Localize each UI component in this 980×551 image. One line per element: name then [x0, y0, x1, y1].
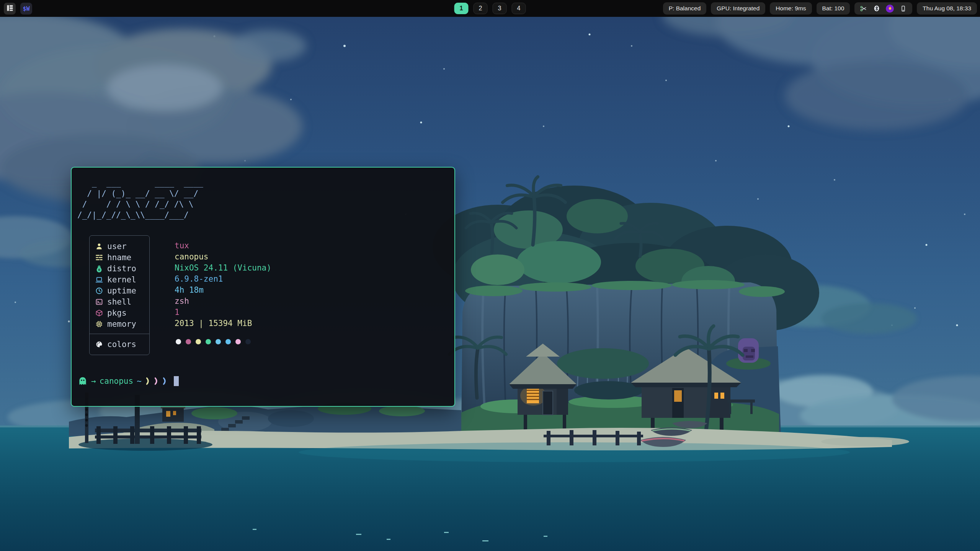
fetch-row-colors: colors [90, 337, 149, 352]
flame-icon[interactable] [886, 5, 894, 13]
list-icon [95, 253, 103, 261]
wm-logo-label: $W [23, 5, 29, 12]
color-swatch [216, 339, 221, 344]
workspace-button-2[interactable]: 2 [474, 3, 488, 14]
ghost-icon [78, 376, 88, 386]
chip-icon [95, 320, 103, 328]
terminal-color-palette [175, 339, 271, 344]
fetch-label: distro [107, 264, 136, 273]
terminal-icon [95, 298, 103, 306]
fetch-label: memory [107, 320, 136, 329]
laptop-icon [95, 276, 103, 284]
status-bar: $W 1 2 3 4 P: Balanced GPU: Integrated H… [0, 0, 980, 17]
color-swatch [186, 339, 191, 344]
fetch-row-uptime: uptime [90, 285, 149, 296]
fetch-row-distro: distro [90, 263, 149, 274]
clock-icon [95, 287, 103, 295]
fetch-value-hname: canopus [175, 251, 271, 262]
ascii-logo: _ ___ ____ ____ / |/ (_)_ __/ __ \/ __/ … [77, 178, 203, 220]
color-swatch [225, 339, 231, 344]
fetch-label: user [107, 242, 127, 251]
terminal-prompt[interactable]: → canopus ~ [78, 376, 179, 386]
scissors-icon[interactable] [860, 5, 867, 12]
workspace-button-3[interactable]: 3 [493, 3, 507, 14]
fetch-row-shell: shell [90, 296, 149, 307]
color-swatch [235, 339, 241, 344]
fetch-value-pkgs: 1 [175, 307, 271, 318]
fetch-value-memory: 2013 | 15394 MiB [175, 318, 271, 329]
fetch-value-user: tux [175, 240, 271, 251]
penguin-icon [95, 264, 103, 272]
color-swatch [176, 339, 181, 344]
fetch-label: hname [107, 253, 131, 262]
fetch-value-distro: NixOS 24.11 (Vicuna) [175, 262, 271, 274]
bluetooth-icon[interactable] [873, 5, 880, 12]
fetch-label: colors [107, 340, 136, 349]
prompt-path: ~ [137, 377, 142, 386]
fetch-value-uptime: 4h 18m [175, 285, 271, 296]
fetch-row-user: user [90, 241, 149, 252]
fetch-value-kernel: 6.9.8-zen1 [175, 274, 271, 285]
hut-small [161, 405, 185, 422]
app-launcher-button[interactable] [4, 3, 16, 15]
terminal-window[interactable]: _ ___ ____ ____ / |/ (_)_ __/ __ \/ __/ … [71, 167, 455, 407]
workspace-switcher: 1 2 3 4 [454, 3, 526, 14]
stone-statue [738, 338, 759, 363]
fetch-row-memory: memory [90, 318, 149, 329]
gpu-module[interactable]: GPU: Integrated [711, 2, 765, 15]
prompt-host: canopus [100, 377, 134, 386]
color-swatch [206, 339, 211, 344]
fetch-row-pkgs: pkgs [90, 307, 149, 318]
clock-module[interactable]: Thu Aug 08, 18:33 [917, 2, 977, 15]
system-tray [854, 2, 912, 15]
ping-module[interactable]: Home: 9ms [770, 2, 812, 15]
fetch-divider [90, 334, 149, 334]
fetch-value-shell: zsh [175, 296, 271, 307]
battery-module[interactable]: Bat: 100 [817, 2, 850, 15]
phone-icon[interactable] [900, 5, 907, 12]
fetch-values: tux canopus NixOS 24.11 (Vicuna) 6.9.8-z… [175, 240, 271, 344]
fetch-labels-box: user hname distro kernel uptime [89, 235, 150, 355]
prompt-chevron-icon [162, 377, 168, 386]
color-swatch [245, 339, 251, 344]
prompt-chevron-icon [145, 377, 152, 386]
fetch-row-kernel: kernel [90, 274, 149, 285]
app-grid-icon [6, 4, 14, 13]
prompt-chevron-icon [154, 377, 160, 386]
fetch-label: kernel [107, 275, 136, 284]
palette-icon [95, 341, 103, 349]
terminal-cursor [174, 376, 179, 386]
prompt-arrow: → [91, 377, 96, 386]
power-profile-module[interactable]: P: Balanced [663, 2, 707, 15]
user-icon [95, 242, 103, 250]
fetch-label: pkgs [107, 308, 127, 318]
fetch-label: uptime [107, 286, 136, 295]
fetch-row-hname: hname [90, 252, 149, 263]
package-icon [95, 309, 103, 317]
fetch-label: shell [107, 297, 131, 306]
workspace-button-4[interactable]: 4 [512, 3, 526, 14]
color-swatch [196, 339, 201, 344]
workspace-button-1[interactable]: 1 [454, 3, 469, 14]
wm-logo-button[interactable]: $W [20, 3, 32, 15]
desktop: $W 1 2 3 4 P: Balanced GPU: Integrated H… [0, 0, 980, 551]
